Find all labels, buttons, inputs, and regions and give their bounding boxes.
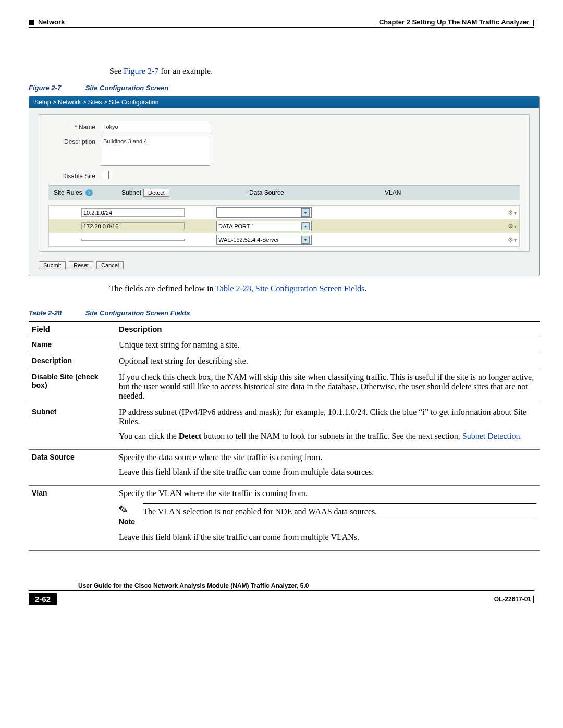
- subnet-input[interactable]: 10.2.1.0/24: [81, 208, 185, 217]
- subnet-input[interactable]: [81, 239, 185, 241]
- field-name: Description: [29, 353, 116, 369]
- figure-caption-label: Figure 2-7: [29, 84, 83, 92]
- site-rules-header: Site Rules i Subnet Detect Data Source V…: [48, 185, 520, 200]
- field-desc: Unique text string for naming a site.: [116, 337, 540, 353]
- chevron-down-icon: ▾: [301, 236, 310, 244]
- table-caption: Table 2-28 Site Configuration Screen Fie…: [29, 309, 534, 317]
- vlan-p1: Specify the VLAN where the site traffic …: [119, 489, 536, 498]
- table-caption-title: Site Configuration Screen Fields: [85, 309, 190, 317]
- disable-site-checkbox[interactable]: [101, 171, 109, 179]
- header-section: Network: [38, 18, 65, 26]
- ds-value: WAE-192.52.4.4-Server: [218, 237, 279, 243]
- cancel-button[interactable]: Cancel: [96, 261, 124, 269]
- after-comma: ,: [251, 284, 255, 293]
- submit-button[interactable]: Submit: [39, 261, 66, 269]
- field-desc: IP address subnet (IPv4/IPv6 address and…: [116, 404, 540, 450]
- datasource-select[interactable]: WAE-192.52.4.4-Server▾: [216, 235, 312, 245]
- chevron-down-icon: ▾: [301, 208, 310, 217]
- after-post: .: [364, 284, 366, 293]
- note-block: ✎ Note The VLAN selection is not enabled…: [119, 503, 536, 526]
- header-chapter: Chapter 2 Setting Up The NAM Traffic Ana…: [379, 18, 529, 26]
- ds-value: DATA PORT 1: [218, 223, 255, 229]
- field-name: Data Source: [29, 450, 116, 486]
- ds-p1: Specify the data source where the site t…: [119, 453, 536, 462]
- gear-icon[interactable]: ⚙▾: [508, 209, 516, 216]
- breadcrumb: Setup > Network > Sites > Site Configura…: [29, 96, 539, 108]
- footer-bar-icon: [533, 596, 534, 603]
- page-footer: User Guide for the Cisco Network Analysi…: [29, 582, 534, 605]
- header-square-icon: [29, 20, 34, 25]
- datasource-select[interactable]: DATA PORT 1▾: [216, 221, 312, 231]
- field-desc: Specify the data source where the site t…: [116, 450, 540, 486]
- field-name: Name: [29, 337, 116, 353]
- description-label: Description: [48, 137, 101, 145]
- footer-title: User Guide for the Cisco Network Analysi…: [29, 582, 534, 591]
- figure-caption: Figure 2-7 Site Configuration Screen: [29, 84, 534, 92]
- detect-bold: Detect: [179, 431, 202, 440]
- figure-ref-link[interactable]: Figure 2-7: [124, 67, 158, 76]
- reset-button[interactable]: Reset: [69, 261, 93, 269]
- datasource-header: Data Source: [249, 189, 385, 196]
- table-row: Disable Site (check box) If you check th…: [29, 369, 540, 404]
- subnet-p2c: button to tell the NAM to look for subne…: [201, 431, 462, 440]
- after-figure-text: The fields are defined below in Table 2-…: [109, 284, 534, 293]
- table-row: Data Source Specify the data source wher…: [29, 450, 540, 486]
- th-field: Field: [29, 322, 116, 337]
- page-number: 2-62: [29, 593, 57, 605]
- field-desc: Optional text string for describing site…: [116, 353, 540, 369]
- table-ref-link[interactable]: Table 2-28: [215, 284, 251, 293]
- intro-pre: See: [109, 67, 124, 76]
- config-form: * Name Tokyo Description Buildings 3 and…: [39, 114, 530, 252]
- field-desc: Specify the VLAN where the site traffic …: [116, 486, 540, 551]
- header-bar-icon: [533, 20, 534, 26]
- subnet-p2a: You can click the: [119, 431, 179, 440]
- field-desc: If you check this check box, the NAM wil…: [116, 369, 540, 404]
- table-row: Description Optional text string for des…: [29, 353, 540, 369]
- vlan-p3: Leave this field blank if the site traff…: [119, 533, 536, 542]
- subnet-p2: You can click the Detect button to tell …: [119, 431, 536, 441]
- subnet-input[interactable]: 172.20.0.0/16: [81, 222, 185, 230]
- gear-icon[interactable]: ⚙▾: [508, 236, 516, 243]
- datasource-select[interactable]: ▾: [216, 207, 312, 218]
- field-name: Disable Site (check box): [29, 369, 116, 404]
- table-title-link[interactable]: Site Configuration Screen Fields: [255, 284, 364, 293]
- site-rules-table: 10.2.1.0/24 ▾ ⚙▾ 172.20.0.0/16 DATA PORT…: [48, 205, 520, 247]
- table-row: 172.20.0.0/16 DATA PORT 1▾ ⚙▾: [49, 219, 519, 233]
- page-header: Network Chapter 2 Setting Up The NAM Tra…: [29, 18, 534, 28]
- disable-site-label: Disable Site: [48, 171, 101, 180]
- intro-post: for an example.: [158, 67, 213, 76]
- description-textarea[interactable]: Buildings 3 and 4: [101, 137, 210, 166]
- chevron-down-icon: ▾: [301, 222, 310, 230]
- name-label: * Name: [48, 122, 101, 131]
- field-name: Vlan: [29, 486, 116, 551]
- gear-icon[interactable]: ⚙▾: [508, 223, 516, 230]
- site-rules-label: Site Rules: [54, 189, 82, 196]
- name-input[interactable]: Tokyo: [101, 122, 210, 131]
- fields-table: Field Description Name Unique text strin…: [29, 321, 540, 551]
- intro-text: See Figure 2-7 for an example.: [109, 67, 534, 76]
- field-name: Subnet: [29, 404, 116, 450]
- doc-id: OL-22617-01: [494, 596, 534, 603]
- table-row: Name Unique text string for naming a sit…: [29, 337, 540, 353]
- table-row: Subnet IP address subnet (IPv4/IPv6 addr…: [29, 404, 540, 450]
- table-row: WAE-192.52.4.4-Server▾ ⚙▾: [49, 233, 519, 246]
- detect-button[interactable]: Detect: [143, 189, 169, 197]
- th-description: Description: [116, 322, 540, 337]
- subnet-header: Subnet: [121, 189, 141, 196]
- info-icon[interactable]: i: [85, 189, 93, 196]
- table-row: Vlan Specify the VLAN where the site tra…: [29, 486, 540, 551]
- vlan-header: VLAN: [385, 189, 484, 196]
- table-caption-label: Table 2-28: [29, 309, 83, 317]
- subnet-detection-link[interactable]: Subnet Detection: [462, 431, 520, 440]
- figure-caption-title: Site Configuration Screen: [85, 84, 169, 92]
- site-config-figure: Setup > Network > Sites > Site Configura…: [29, 96, 540, 276]
- note-text: The VLAN selection is not enabled for ND…: [143, 503, 536, 520]
- doc-id-text: OL-22617-01: [494, 596, 531, 603]
- ds-p2: Leave this field blank if the site traff…: [119, 467, 536, 477]
- table-row: 10.2.1.0/24 ▾ ⚙▾: [49, 206, 519, 219]
- pencil-icon: ✎: [118, 503, 129, 518]
- after-pre: The fields are defined below in: [109, 284, 215, 293]
- subnet-p1: IP address subnet (IPv4/IPv6 address and…: [119, 408, 536, 426]
- subnet-p2d: .: [520, 431, 522, 440]
